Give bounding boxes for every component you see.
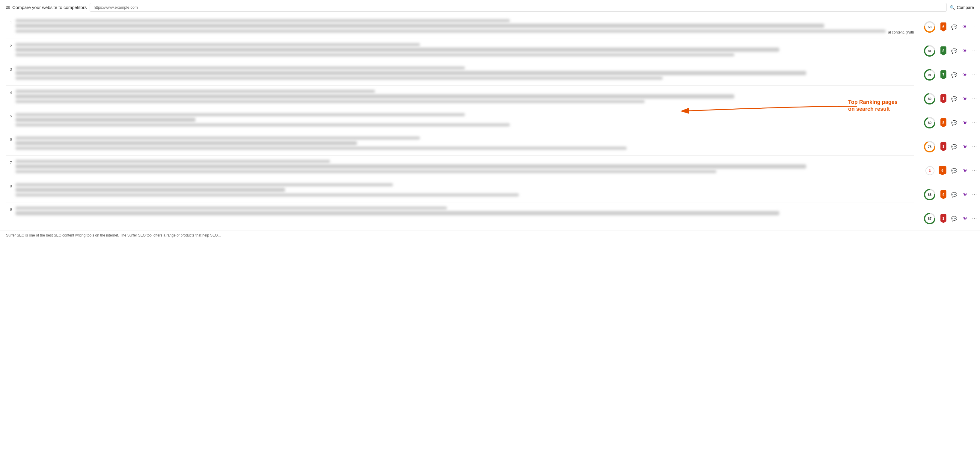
result-number: 9	[6, 207, 12, 212]
comment-button-7[interactable]: 💬	[951, 167, 958, 174]
result-snippet	[16, 77, 663, 80]
result-snippet	[16, 170, 716, 173]
more-button-5[interactable]: ···	[972, 120, 977, 125]
header: ⚖ Compare your website to competitors 🔍 …	[0, 0, 980, 15]
table-row: 7	[6, 156, 914, 179]
score-dot-7: 3	[926, 166, 934, 175]
comment-button-5[interactable]: 💬	[951, 119, 958, 126]
view-button-5[interactable]: 👁	[962, 119, 968, 126]
result-content	[16, 67, 914, 81]
view-button-6[interactable]: 👁	[962, 143, 968, 150]
result-title	[16, 71, 806, 75]
url-input[interactable]	[90, 3, 947, 12]
result-url	[16, 136, 420, 139]
comment-button-2[interactable]: 💬	[951, 48, 958, 54]
result-url	[16, 113, 465, 116]
metric-row: 88 4 💬 👁 ···	[923, 183, 977, 207]
comment-button-4[interactable]: 💬	[951, 95, 958, 102]
result-url	[16, 43, 420, 46]
metric-row: 91 7 💬 👁 ···	[923, 63, 977, 87]
table-row: 3	[6, 62, 914, 86]
score-gauge-4: 82	[923, 92, 936, 105]
view-button-8[interactable]: 👁	[962, 191, 968, 198]
result-content	[16, 183, 914, 198]
result-url	[16, 160, 330, 163]
main-area: Top Ranking pages on search result 1 al …	[0, 15, 980, 231]
result-partial: al content. (With	[888, 30, 914, 35]
badge-5: 8	[940, 118, 947, 127]
score-gauge-5: 80	[923, 116, 936, 129]
table-row: 1 al content. (With	[6, 15, 914, 39]
badge-7: 6	[939, 166, 947, 175]
badge-9: 1	[940, 214, 947, 223]
view-button-9[interactable]: 👁	[962, 215, 968, 222]
result-title	[16, 165, 806, 169]
result-snippet	[16, 147, 627, 150]
result-title	[16, 141, 357, 145]
view-button-4[interactable]: 👁	[962, 95, 968, 102]
result-title	[16, 48, 779, 52]
result-number: 6	[6, 136, 12, 142]
result-title	[16, 94, 734, 98]
score-text-2: 81	[928, 49, 931, 53]
search-icon: 🔍	[950, 5, 955, 10]
table-row: 9	[6, 203, 914, 221]
more-button-6[interactable]: ···	[972, 144, 977, 149]
table-row: 8	[6, 179, 914, 203]
comment-button-8[interactable]: 💬	[951, 191, 958, 198]
result-snippet	[16, 193, 519, 196]
result-url	[16, 207, 447, 209]
comment-button-1[interactable]: 💬	[951, 24, 958, 30]
result-number: 8	[6, 183, 12, 188]
header-title: Compare your website to competitors	[12, 5, 87, 10]
result-title	[16, 24, 824, 28]
more-button-8[interactable]: ···	[972, 192, 977, 197]
view-button-3[interactable]: 👁	[962, 71, 968, 78]
more-button-3[interactable]: ···	[972, 72, 977, 78]
result-number: 2	[6, 43, 12, 48]
comment-button-3[interactable]: 💬	[951, 71, 958, 78]
table-row: 2	[6, 39, 914, 62]
result-snippet	[16, 100, 644, 103]
score-text-8: 88	[928, 193, 931, 196]
more-button-7[interactable]: ···	[972, 168, 977, 173]
badge-1: 6	[940, 22, 947, 32]
result-number: 4	[6, 90, 12, 95]
result-content	[16, 136, 914, 151]
score-gauge-3: 91	[923, 68, 936, 81]
score-text-9: 87	[928, 217, 931, 220]
result-snippet	[16, 53, 734, 56]
compare-button[interactable]: 🔍 Compare	[950, 5, 974, 10]
logo-icon: ⚖	[6, 5, 10, 10]
more-button-1[interactable]: ···	[972, 24, 977, 30]
metric-row: 82 1 💬 👁 ···	[923, 87, 977, 111]
metrics-panel: 58 6 💬 👁 ··· 81 8	[920, 15, 980, 231]
badge-3: 7	[940, 70, 947, 79]
score-text-4: 82	[928, 97, 931, 101]
view-button-2[interactable]: 👁	[962, 48, 968, 54]
view-button-7[interactable]: 👁	[962, 167, 968, 174]
result-title	[16, 211, 779, 215]
result-title	[16, 118, 196, 122]
header-logo: ⚖ Compare your website to competitors	[6, 5, 87, 10]
page-wrapper: ⚖ Compare your website to competitors 🔍 …	[0, 0, 980, 240]
badge-8: 4	[940, 190, 947, 199]
more-button-9[interactable]: ···	[972, 216, 977, 221]
result-number: 7	[6, 160, 12, 165]
more-button-2[interactable]: ···	[972, 48, 977, 54]
result-url	[16, 90, 375, 93]
score-gauge-8: 88	[923, 188, 936, 201]
table-row: 5	[6, 109, 914, 132]
more-button-4[interactable]: ···	[972, 96, 977, 101]
view-button-1[interactable]: 👁	[962, 24, 968, 30]
result-content	[16, 113, 914, 128]
comment-button-6[interactable]: 💬	[951, 143, 958, 150]
metric-row: 58 6 💬 👁 ···	[923, 15, 977, 39]
metric-row: 78 1 💬 👁 ···	[923, 135, 977, 159]
score-text-1: 58	[928, 25, 931, 29]
score-gauge-6: 78	[923, 140, 936, 153]
result-snippet	[16, 30, 886, 33]
result-number: 3	[6, 67, 12, 71]
comment-button-9[interactable]: 💬	[951, 215, 958, 222]
footer-text: Surfer SEO is one of the best SEO conten…	[0, 231, 980, 240]
